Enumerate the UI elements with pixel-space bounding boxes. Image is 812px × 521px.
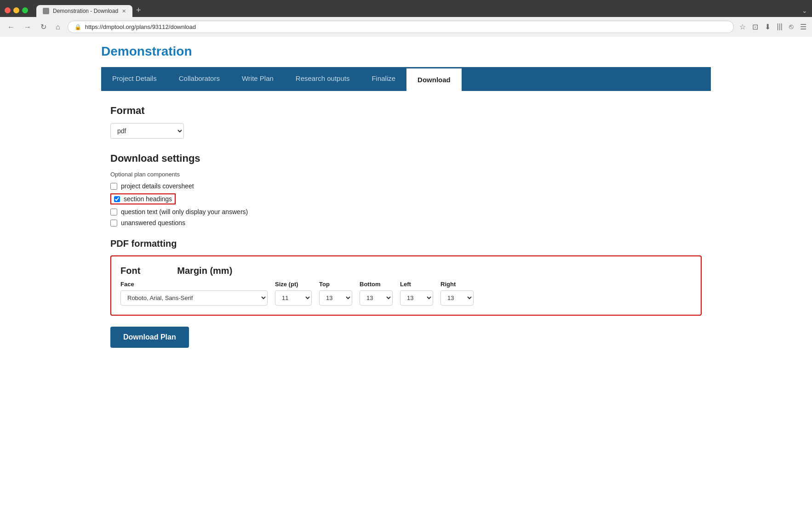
share-icon[interactable]: ⎋ [789, 23, 794, 31]
checkbox-question-text: question text (will only display your an… [110, 208, 702, 215]
menu-icon[interactable]: ☰ [800, 23, 806, 31]
margin-header: Margin (mm) [177, 266, 232, 276]
project-details-checkbox[interactable] [110, 183, 117, 190]
address-bar[interactable]: 🔒 https://dmptool.org/plans/93112/downlo… [68, 21, 734, 33]
tab-write-plan[interactable]: Write Plan [231, 67, 285, 91]
tab-research-outputs[interactable]: Research outputs [285, 67, 361, 91]
close-button[interactable] [5, 7, 11, 13]
tab-download[interactable]: Download [406, 67, 462, 91]
url-text: https://dmptool.org/plans/93112/download [85, 23, 196, 30]
nav-bar: ← → ↻ ⌂ 🔒 https://dmptool.org/plans/9311… [0, 17, 812, 37]
format-title: Format [110, 105, 702, 117]
format-section: Format pdf docx text [110, 105, 702, 139]
format-select[interactable]: pdf docx text [110, 123, 184, 139]
left-select[interactable]: 10 11 12 13 14 [400, 290, 433, 306]
tab-project-details[interactable]: Project Details [101, 67, 168, 91]
right-select[interactable]: 10 11 12 13 14 [440, 290, 474, 306]
face-select[interactable]: Roboto, Arial, Sans-Serif Times New Roma… [120, 290, 268, 306]
pdf-controls: Face Roboto, Arial, Sans-Serif Times New… [120, 281, 692, 306]
section-headings-label: section headings [124, 195, 172, 203]
nav-actions: ☆ ⊡ ⬇ ||| ⎋ ☰ [739, 23, 806, 31]
tab-favicon [43, 8, 49, 14]
unanswered-label: unanswered questions [121, 219, 185, 227]
question-text-label: question text (will only display your an… [121, 208, 248, 215]
size-label: Size (pt) [275, 281, 312, 288]
checkbox-project-details: project details coversheet [110, 182, 702, 190]
section-headings-row: section headings [110, 193, 176, 204]
browser-chrome: Demonstration - Download ✕ + ⌄ [0, 0, 812, 17]
bottom-label: Bottom [360, 281, 393, 288]
tab-bar: Demonstration - Download ✕ + [36, 4, 145, 17]
forward-button[interactable]: → [22, 22, 33, 32]
maximize-button[interactable] [22, 7, 28, 13]
project-details-label: project details coversheet [121, 182, 194, 190]
size-select[interactable]: 8 9 10 11 12 14 [275, 290, 312, 306]
traffic-lights [5, 7, 28, 13]
face-label: Face [120, 281, 268, 288]
main-content: Format pdf docx text Download settings O… [101, 91, 711, 362]
pdf-formatting-title: PDF formatting [110, 238, 702, 249]
tab-finalize[interactable]: Finalize [360, 67, 406, 91]
download-settings-section: Download settings Optional plan componen… [110, 153, 702, 227]
browser-menu-icon: ⌄ [802, 7, 807, 14]
nav-tabs: Project Details Collaborators Write Plan… [101, 67, 711, 91]
tab-title: Demonstration - Download [53, 8, 118, 14]
page-content: Demonstration Project Details Collaborat… [92, 37, 720, 404]
right-group: Right 10 11 12 13 14 [440, 281, 474, 306]
size-group: Size (pt) 8 9 10 11 12 14 [275, 281, 312, 306]
tab-close-button[interactable]: ✕ [122, 8, 126, 14]
back-button[interactable]: ← [6, 22, 17, 32]
security-icon: 🔒 [74, 24, 81, 30]
active-tab[interactable]: Demonstration - Download ✕ [36, 5, 132, 17]
download-plan-button[interactable]: Download Plan [110, 327, 189, 348]
section-headings-checkbox[interactable] [114, 196, 120, 202]
new-tab-button[interactable]: + [132, 4, 145, 17]
left-group: Left 10 11 12 13 14 [400, 281, 433, 306]
face-group: Face Roboto, Arial, Sans-Serif Times New… [120, 281, 268, 306]
pdf-formatting-box: Font Margin (mm) Face Roboto, Arial, San… [110, 255, 702, 316]
pocket-icon[interactable]: ⊡ [752, 23, 758, 31]
bookmark-icon[interactable]: ☆ [739, 23, 746, 31]
pdf-section-header: Font Margin (mm) [120, 266, 692, 276]
left-label: Left [400, 281, 433, 288]
top-group: Top 10 11 12 13 14 [319, 281, 352, 306]
optional-label: Optional plan components [110, 171, 702, 178]
download-settings-title: Download settings [110, 153, 702, 164]
unanswered-checkbox[interactable] [110, 220, 117, 227]
bottom-select[interactable]: 10 11 12 13 14 [360, 290, 393, 306]
home-button[interactable]: ⌂ [54, 22, 62, 32]
refresh-button[interactable]: ↻ [39, 22, 48, 32]
top-label: Top [319, 281, 352, 288]
right-label: Right [440, 281, 474, 288]
minimize-button[interactable] [13, 7, 19, 13]
pdf-formatting-section: PDF formatting Font Margin (mm) Face Rob… [110, 238, 702, 316]
top-select[interactable]: 10 11 12 13 14 [319, 290, 352, 306]
page-title: Demonstration [101, 44, 711, 59]
font-header: Font [120, 266, 140, 276]
checkbox-unanswered: unanswered questions [110, 219, 702, 227]
bottom-group: Bottom 10 11 12 13 14 [360, 281, 393, 306]
collections-icon[interactable]: ||| [777, 23, 783, 31]
question-text-checkbox[interactable] [110, 209, 117, 215]
download-icon[interactable]: ⬇ [765, 23, 771, 31]
tab-collaborators[interactable]: Collaborators [168, 67, 231, 91]
